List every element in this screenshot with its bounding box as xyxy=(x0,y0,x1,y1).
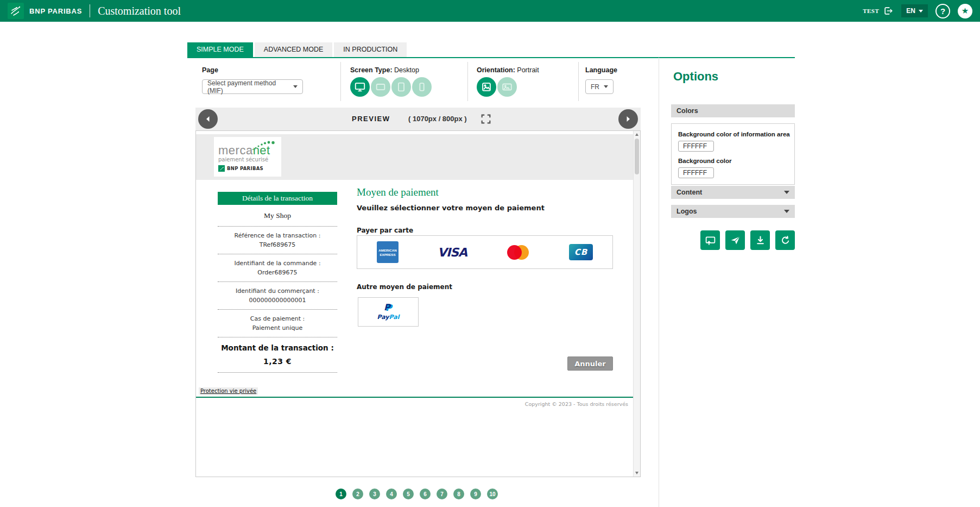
page-select[interactable]: Select payment method (MIF) xyxy=(202,79,303,94)
page-dot-3[interactable]: 3 xyxy=(369,489,380,499)
header-divider xyxy=(90,4,90,17)
preview-dimensions: ( 1070px / 800px ) xyxy=(408,108,467,130)
section-colors[interactable]: Colors xyxy=(671,104,795,117)
arrow-left-icon xyxy=(204,115,212,123)
fullscreen-icon[interactable] xyxy=(480,113,492,125)
page-dot-7[interactable]: 7 xyxy=(437,489,447,499)
ui-language-select[interactable]: EN xyxy=(901,4,928,17)
scroll-down-button[interactable] xyxy=(634,470,640,477)
bnp-bank-label: BNP PARIBAS xyxy=(227,166,263,171)
colors-section-body: Background color of information area Bac… xyxy=(671,123,795,185)
apply-screen-icon xyxy=(705,235,716,246)
footer-divider xyxy=(196,397,633,398)
tab-in-production[interactable]: IN PRODUCTION xyxy=(334,42,407,57)
paypal-label: PayPal xyxy=(377,314,400,321)
background-color-input[interactable] xyxy=(678,167,714,178)
amount-label: Montant de la transaction : xyxy=(218,343,337,352)
chevron-down-icon xyxy=(784,191,789,194)
triangle-up-icon xyxy=(635,133,638,136)
test-mode-button[interactable]: TEST xyxy=(863,5,894,16)
page-dot-2[interactable]: 2 xyxy=(352,489,363,499)
copyright-text: Copyright © 2023 - Tous droits réservés xyxy=(525,401,628,407)
preview-title: PREVIEW xyxy=(352,108,390,130)
svg-text:AMERICAN: AMERICAN xyxy=(378,248,397,252)
tab-simple-mode[interactable]: SIMPLE MODE xyxy=(187,42,253,57)
content-options-divider xyxy=(659,58,659,507)
page-dot-8[interactable]: 8 xyxy=(453,489,464,499)
info-area-bg-label: Background color of information area xyxy=(678,131,790,137)
detail-row: Cas de paiement : Paiement unique xyxy=(218,310,337,337)
bnp-logo-icon xyxy=(8,3,24,19)
language-select[interactable]: FR xyxy=(585,79,614,94)
download-button[interactable] xyxy=(750,230,770,250)
scrollbar-thumb[interactable] xyxy=(635,139,639,174)
payment-method-section: Moyen de paiement Veuillez sélectionner … xyxy=(357,131,613,386)
preview-scrollbar[interactable] xyxy=(633,131,640,477)
help-button[interactable]: ? xyxy=(935,4,950,18)
cb-card-button[interactable]: CB xyxy=(569,244,593,260)
page-dot-9[interactable]: 9 xyxy=(470,489,481,499)
paypal-button[interactable]: P P PayPal xyxy=(358,297,419,327)
transaction-details-panel: Détails de la transaction My Shop Référe… xyxy=(218,192,337,373)
page-dot-10[interactable]: 10 xyxy=(487,489,498,499)
language-select-value: FR xyxy=(591,83,599,91)
previous-page-button[interactable] xyxy=(198,109,218,129)
visa-card-button[interactable]: VISA xyxy=(438,246,467,259)
screen-type-value: Desktop xyxy=(394,66,419,74)
screen-tablet-portrait-button[interactable] xyxy=(391,77,411,97)
reset-icon xyxy=(780,235,791,246)
screen-mobile-button[interactable] xyxy=(412,77,432,97)
next-page-button[interactable] xyxy=(618,109,638,129)
brand-name: BNP PARIBAS xyxy=(29,7,82,15)
tablet-landscape-icon xyxy=(375,81,387,93)
reset-button[interactable] xyxy=(775,230,795,250)
detail-value: TRef689675 xyxy=(218,240,337,249)
page-dot-6[interactable]: 6 xyxy=(420,489,431,499)
controls-divider xyxy=(578,62,579,101)
card-brands-box: AMERICAN EXPRESS VISA CB xyxy=(357,235,613,269)
paper-plane-icon xyxy=(730,235,741,246)
mercanet-name-gray: merca xyxy=(218,143,253,157)
scroll-up-button[interactable] xyxy=(634,131,640,138)
section-content[interactable]: Content xyxy=(671,186,795,199)
transaction-amount: Montant de la transaction : 1,23 € xyxy=(218,337,337,372)
test-mode-label: TEST xyxy=(863,8,879,14)
bnp-paribas-mini-logo: BNP PARIBAS xyxy=(218,165,277,172)
tablet-portrait-icon xyxy=(395,81,407,93)
cancel-button[interactable]: Annuler xyxy=(567,356,613,371)
options-title: Options xyxy=(673,70,718,84)
payment-section-title: Moyen de paiement xyxy=(357,186,439,198)
detail-label: Cas de paiement : xyxy=(218,314,337,323)
tabs-underline xyxy=(187,57,795,58)
mastercard-card-button[interactable] xyxy=(506,245,530,260)
amex-card-button[interactable]: AMERICAN EXPRESS xyxy=(377,241,399,263)
mobile-icon xyxy=(416,81,428,93)
help-icon: ? xyxy=(940,7,945,16)
screen-tablet-landscape-button[interactable] xyxy=(371,77,390,97)
orientation-portrait-button[interactable] xyxy=(477,77,496,97)
favorites-button[interactable]: ★ xyxy=(958,4,972,18)
chevron-down-icon xyxy=(604,85,608,88)
page-dot-5[interactable]: 5 xyxy=(403,489,414,499)
section-logos[interactable]: Logos xyxy=(671,205,795,218)
screen-desktop-button[interactable] xyxy=(350,77,370,97)
page-dot-1[interactable]: 1 xyxy=(336,489,346,499)
mercanet-swoosh-icon xyxy=(251,139,276,151)
page-dot-4[interactable]: 4 xyxy=(386,489,397,499)
privacy-link[interactable]: Protection vie privée xyxy=(199,387,258,395)
info-area-bg-input[interactable] xyxy=(678,141,714,152)
ui-language-value: EN xyxy=(906,7,915,15)
orientation-label: Orientation: Portrait xyxy=(477,66,539,74)
star-icon: ★ xyxy=(962,6,969,16)
desktop-icon xyxy=(354,81,366,93)
image-landscape-icon xyxy=(501,81,513,93)
apply-to-screen-button[interactable] xyxy=(700,230,720,250)
orientation-landscape-button[interactable] xyxy=(497,77,517,97)
tab-advanced-mode[interactable]: ADVANCED MODE xyxy=(255,42,333,57)
screen-type-label: Screen Type: Desktop xyxy=(350,66,419,74)
arrow-right-icon xyxy=(624,115,632,123)
bnp-logo-icon xyxy=(218,165,225,172)
send-button[interactable] xyxy=(725,230,745,250)
download-icon xyxy=(755,235,766,246)
preview-toolbar: PREVIEW ( 1070px / 800px ) xyxy=(195,108,641,130)
